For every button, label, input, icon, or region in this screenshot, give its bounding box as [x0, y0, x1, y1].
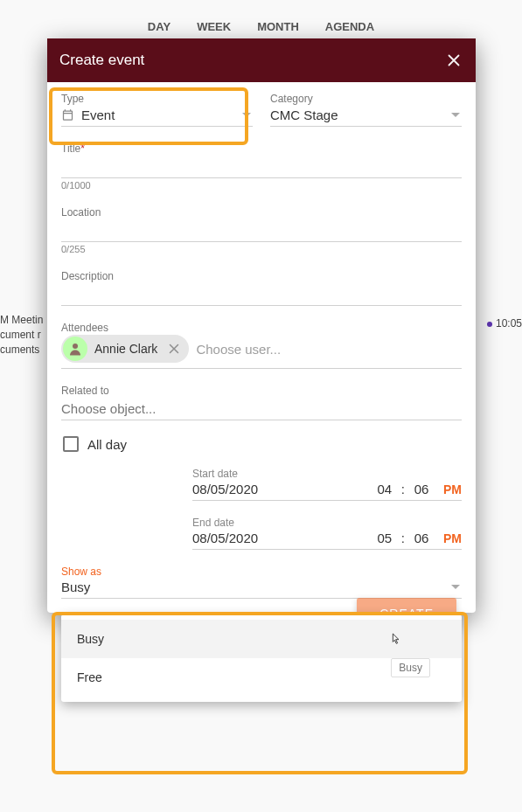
type-value: Event	[81, 108, 115, 122]
bg-event-snippet: M Meetin cument r cuments	[0, 313, 43, 357]
modal-title: Create event	[59, 52, 144, 69]
show-as-select[interactable]: Busy	[61, 580, 462, 599]
modal-header: Create event	[47, 38, 476, 82]
related-input[interactable]	[61, 398, 462, 420]
category-value: CMC Stage	[270, 108, 338, 122]
end-minute-input[interactable]: 06	[412, 531, 431, 545]
start-hour-input[interactable]: 04	[375, 482, 394, 496]
attendee-name: Annie Clark	[94, 342, 157, 356]
attendees-label: Attendees	[61, 322, 462, 334]
end-hour-input[interactable]: 05	[375, 531, 394, 545]
category-select[interactable]: CMC Stage	[270, 106, 462, 127]
location-counter: 0/255	[61, 244, 462, 254]
start-ampm-toggle[interactable]: PM	[443, 482, 462, 496]
related-label: Related to	[61, 385, 462, 397]
show-as-dropdown: Busy Busy Free	[61, 614, 462, 702]
end-date-input[interactable]: 08/05/2020	[192, 531, 368, 545]
start-date-input[interactable]: 08/05/2020	[192, 482, 368, 496]
type-field: Type Event	[61, 93, 253, 127]
attendee-chip[interactable]: Annie Clark	[61, 335, 189, 363]
start-minute-input[interactable]: 06	[412, 482, 431, 496]
allday-label: All day	[87, 437, 127, 452]
tab-month[interactable]: MONTH	[257, 20, 299, 33]
location-field: Location 0/255	[61, 206, 462, 254]
remove-icon[interactable]	[166, 341, 182, 357]
category-label: Category	[270, 93, 462, 105]
chevron-down-icon	[451, 113, 460, 117]
show-as-value: Busy	[61, 580, 90, 594]
tab-day[interactable]: DAY	[148, 20, 171, 33]
dropdown-option-busy[interactable]: Busy Busy	[61, 620, 462, 658]
type-select[interactable]: Event	[61, 106, 253, 127]
description-field: Description	[61, 270, 462, 306]
type-label: Type	[61, 93, 253, 105]
chevron-down-icon	[242, 113, 251, 117]
description-label: Description	[61, 270, 462, 282]
calendar-view-tabs: DAY WEEK MONTH AGENDA	[0, 0, 522, 33]
create-event-modal: Create event Type Event	[47, 38, 476, 613]
tab-agenda[interactable]: AGENDA	[325, 20, 374, 33]
allday-checkbox[interactable]	[63, 436, 79, 452]
bg-event-time: 10:05	[487, 317, 522, 330]
title-input[interactable]	[61, 156, 462, 178]
svg-point-0	[73, 344, 78, 349]
title-field: Title* 0/1000	[61, 142, 462, 191]
start-date-field: Start date 08/05/2020 04 : 06 PM	[192, 468, 462, 501]
title-label: Title*	[61, 142, 462, 155]
start-date-label: Start date	[192, 468, 462, 480]
category-field: Category CMC Stage	[270, 93, 462, 127]
close-icon[interactable]	[444, 51, 463, 70]
attendee-input[interactable]: Choose user...	[196, 342, 281, 357]
attendees-field: Attendees Annie Clark Choose user...	[61, 322, 462, 369]
location-label: Location	[61, 206, 462, 219]
title-counter: 0/1000	[61, 180, 462, 191]
chevron-down-icon	[451, 585, 460, 589]
cursor-icon	[388, 632, 402, 646]
dropdown-option-free[interactable]: Free	[61, 658, 462, 697]
end-date-field: End date 08/05/2020 05 : 06 PM	[192, 517, 462, 550]
allday-row: All day	[63, 436, 462, 452]
location-input[interactable]	[61, 219, 462, 242]
description-input[interactable]	[61, 283, 462, 306]
calendar-icon	[61, 108, 74, 121]
tab-week[interactable]: WEEK	[197, 20, 231, 33]
end-ampm-toggle[interactable]: PM	[443, 531, 462, 545]
end-date-label: End date	[192, 517, 462, 529]
avatar	[63, 337, 87, 361]
related-field: Related to	[61, 385, 462, 420]
show-as-label: Show as	[61, 566, 462, 578]
